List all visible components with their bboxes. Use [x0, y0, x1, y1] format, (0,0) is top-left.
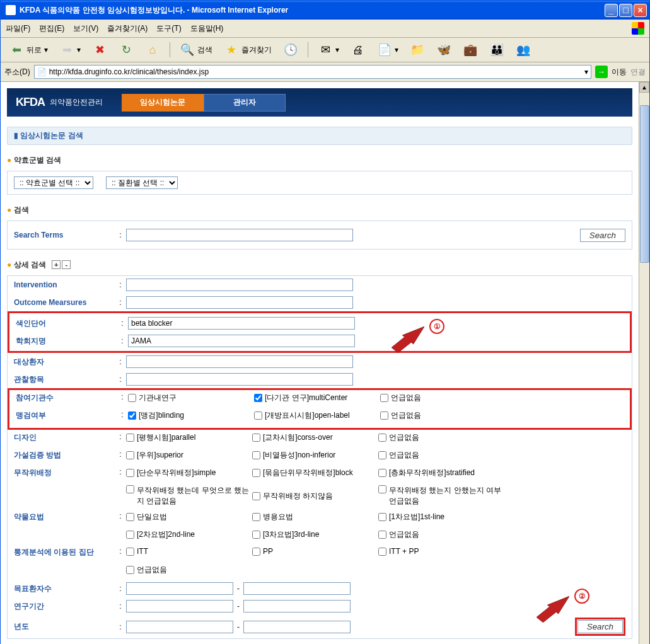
- refresh-button[interactable]: ↻: [114, 40, 138, 59]
- minimize-button[interactable]: _: [605, 4, 618, 17]
- check-blind-none[interactable]: 언급없음: [380, 410, 506, 421]
- check-drug-none[interactable]: 언급없음: [378, 529, 504, 540]
- go-label: 이동: [612, 67, 627, 78]
- maximize-button[interactable]: □: [619, 4, 632, 17]
- check-drug-single[interactable]: 단일요법: [126, 512, 252, 522]
- check-stat-pp[interactable]: PP: [252, 547, 378, 556]
- menu-help[interactable]: 도움말(H): [190, 23, 224, 34]
- label-outcome: Outcome Mearsures: [14, 298, 115, 307]
- dropdown-icon[interactable]: ▾: [584, 67, 588, 76]
- home-button[interactable]: ⌂: [141, 40, 165, 59]
- label-inst: 참여기관수: [16, 393, 117, 403]
- search-terms-input[interactable]: [126, 229, 353, 241]
- index-word-input[interactable]: [128, 317, 355, 330]
- back-button[interactable]: ⬅ 뒤로 ▾: [4, 40, 52, 59]
- history-icon: 🕓: [283, 42, 298, 57]
- people-icon: 👪: [489, 42, 504, 57]
- check-design-cross[interactable]: [교차시험]corss-over: [252, 432, 378, 443]
- year-from-input[interactable]: [126, 621, 233, 633]
- collapse-button[interactable]: -: [62, 260, 71, 269]
- menu-file[interactable]: 파일(F): [6, 23, 30, 34]
- menu-tools[interactable]: 도구(T): [156, 23, 181, 34]
- target-from-input[interactable]: [126, 582, 233, 595]
- check-design-none[interactable]: 언급없음: [378, 432, 504, 443]
- check-design-parallel[interactable]: [평행시험]parallel: [126, 432, 252, 443]
- check-hyp-none[interactable]: 언급없음: [378, 450, 504, 461]
- check-rand-strat[interactable]: [층화무작위배정]stratified: [378, 468, 504, 478]
- print-button[interactable]: 🖨: [346, 40, 370, 59]
- tool-button-4[interactable]: 👪: [485, 40, 509, 59]
- stop-button[interactable]: ✖: [88, 40, 112, 59]
- check-stat-itt[interactable]: ITT: [126, 547, 252, 556]
- label-subject: 대상환자: [14, 357, 115, 367]
- range-sep: -: [233, 602, 243, 611]
- links-label[interactable]: 연결: [630, 67, 646, 78]
- forward-button[interactable]: ➡ ▾: [55, 40, 85, 59]
- scroll-thumb[interactable]: [640, 105, 649, 263]
- target-to-input[interactable]: [243, 582, 351, 595]
- annotation-number-2: ②: [574, 589, 589, 604]
- close-button[interactable]: ×: [634, 4, 647, 17]
- check-hyp-superior[interactable]: [우위]superior: [126, 450, 252, 461]
- period-from-input[interactable]: [126, 600, 233, 612]
- menu-edit[interactable]: 편집(E): [39, 23, 64, 34]
- drug-group-select[interactable]: :: 약효군별 선택 ::: [14, 176, 93, 189]
- check-inst-none[interactable]: 언급없음: [380, 393, 506, 403]
- ie-icon: [6, 5, 16, 15]
- year-to-input[interactable]: [243, 621, 351, 633]
- check-rand-what[interactable]: 무작위배정 했는데 무엇으로 했는지 언급없음: [126, 485, 252, 507]
- tool-button-3[interactable]: 💼: [458, 40, 482, 59]
- outcome-input[interactable]: [126, 296, 353, 309]
- tab-thesis[interactable]: 임상시험논문: [122, 94, 204, 112]
- intervention-input[interactable]: [126, 279, 353, 291]
- favorites-button[interactable]: ★ 즐겨찾기: [219, 40, 276, 59]
- check-blind-blinding[interactable]: [맹검]blinding: [128, 410, 254, 421]
- label-journal: 학회지명: [16, 336, 117, 347]
- check-rand-unknown[interactable]: 무작위배정 했는지 안했는지 여부 언급없음: [378, 485, 504, 507]
- check-rand-block[interactable]: [묶음단위무작위배정]block: [252, 468, 378, 478]
- check-drug-second[interactable]: [2차요법]2nd-line: [126, 529, 252, 540]
- search-button-bottom[interactable]: Search: [577, 620, 623, 633]
- check-rand-notdone[interactable]: 무작위배정 하지않음: [252, 485, 378, 507]
- edit-button[interactable]: 📄 ▾: [373, 40, 403, 59]
- mail-button[interactable]: ✉ ▾: [313, 40, 344, 59]
- svg-marker-0: [392, 326, 424, 353]
- check-rand-simple[interactable]: [단순무작위배정]simple: [126, 468, 252, 478]
- subject-input[interactable]: [126, 355, 353, 368]
- tab-admin[interactable]: 관리자: [204, 94, 286, 112]
- address-input[interactable]: [49, 67, 582, 76]
- disease-select[interactable]: :: 질환별 선택 ::: [106, 176, 178, 189]
- menu-view[interactable]: 보기(V): [73, 23, 98, 34]
- check-blind-open[interactable]: [개방표시시험]open-label: [254, 410, 380, 421]
- check-hyp-noninf[interactable]: [비열등성]non-inferior: [252, 450, 378, 461]
- history-button[interactable]: 🕓: [279, 40, 303, 59]
- search-button-top[interactable]: Search: [580, 229, 625, 242]
- journal-input[interactable]: [128, 335, 355, 347]
- search-button[interactable]: 🔍 검색: [175, 40, 217, 59]
- obs-input[interactable]: [126, 373, 353, 386]
- check-stat-ittpp[interactable]: ITT + PP: [378, 547, 504, 556]
- edit-icon: 📄: [377, 42, 392, 57]
- check-drug-third[interactable]: [3차요법]3rd-line: [252, 529, 378, 540]
- tool-button-1[interactable]: 📁: [405, 40, 429, 59]
- menu-favorites[interactable]: 즐겨찾기(A): [107, 23, 148, 34]
- label-period: 연구기간: [14, 601, 115, 612]
- stop-icon: ✖: [92, 42, 107, 57]
- tool-button-5[interactable]: 👥: [511, 40, 535, 59]
- label-rand: 무작위배정: [14, 468, 115, 478]
- dropdown-icon: ▾: [395, 45, 398, 54]
- address-label: 주소(D): [4, 67, 30, 78]
- check-inst-internal[interactable]: 기관내연구: [128, 393, 254, 403]
- scrollbar-vertical[interactable]: ▲ ▼: [639, 82, 649, 644]
- scroll-up-icon[interactable]: ▲: [639, 82, 649, 93]
- check-stat-none[interactable]: 언급없음: [126, 565, 252, 575]
- check-drug-combo[interactable]: 병용요법: [252, 512, 378, 522]
- expand-button[interactable]: +: [52, 260, 61, 269]
- tool-button-2[interactable]: 🦋: [432, 40, 456, 59]
- highlight-box-2: 참여기관수 : 기관내연구 [다기관 연구]multiCenter 언급없음 맹…: [8, 388, 632, 430]
- check-drug-first[interactable]: [1차요법]1st-line: [378, 512, 504, 522]
- window-title: KFDA 식품의약품 안전청 임상시험정보방입니다. - Microsoft I…: [20, 5, 288, 16]
- period-to-input[interactable]: [243, 600, 351, 612]
- go-button[interactable]: →: [595, 66, 608, 78]
- check-inst-multi[interactable]: [다기관 연구]multiCenter: [254, 393, 380, 403]
